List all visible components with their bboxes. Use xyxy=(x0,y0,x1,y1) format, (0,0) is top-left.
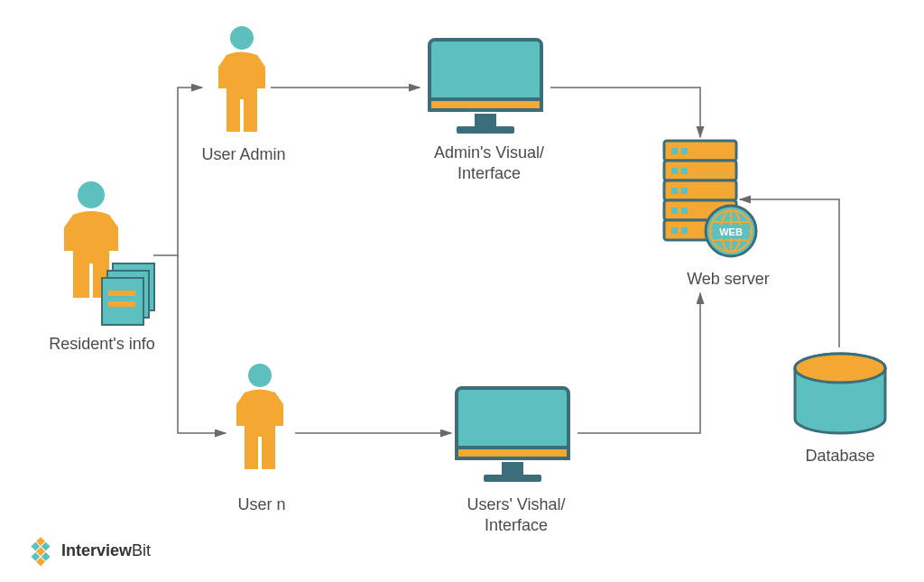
svg-rect-29 xyxy=(671,227,678,234)
svg-rect-4 xyxy=(108,291,135,296)
user-admin-label: User Admin xyxy=(189,144,298,165)
resident-info-icon xyxy=(50,180,158,334)
svg-rect-21 xyxy=(671,148,678,154)
svg-point-40 xyxy=(795,354,885,383)
svg-rect-30 xyxy=(681,227,688,234)
svg-rect-10 xyxy=(475,114,496,126)
svg-rect-14 xyxy=(502,462,523,475)
svg-rect-9 xyxy=(430,99,541,110)
user-n-icon xyxy=(224,363,296,489)
svg-rect-25 xyxy=(671,188,678,194)
svg-rect-13 xyxy=(457,448,568,458)
svg-point-6 xyxy=(230,26,254,50)
web-server-label: Web server xyxy=(679,269,778,290)
svg-rect-24 xyxy=(681,168,688,174)
user-n-label: User n xyxy=(226,494,298,515)
user-interface-label: Users' Vishal/ Interface xyxy=(453,494,579,537)
svg-point-0 xyxy=(78,181,105,208)
svg-rect-27 xyxy=(671,208,678,214)
brand-name: InterviewBit xyxy=(61,541,151,560)
admin-interface-label: Admin's Visual/ Interface xyxy=(426,143,552,185)
svg-point-7 xyxy=(248,364,272,387)
admin-interface-icon xyxy=(422,36,549,144)
database-label: Database xyxy=(790,446,890,467)
svg-rect-15 xyxy=(484,475,541,482)
web-badge-text: WEB xyxy=(719,226,743,237)
database-icon xyxy=(790,352,890,442)
brand-logo: InterviewBit xyxy=(25,535,151,566)
resident-info-label: Resident's info xyxy=(34,334,170,355)
user-admin-icon xyxy=(206,25,278,152)
svg-rect-26 xyxy=(681,188,688,194)
brand-logo-icon xyxy=(25,535,56,566)
web-server-icon: WEB xyxy=(661,141,760,267)
user-interface-icon xyxy=(449,384,576,493)
svg-rect-22 xyxy=(681,148,688,154)
svg-rect-5 xyxy=(108,301,135,307)
svg-rect-23 xyxy=(671,168,678,174)
svg-rect-28 xyxy=(681,208,688,214)
svg-rect-11 xyxy=(457,126,514,134)
